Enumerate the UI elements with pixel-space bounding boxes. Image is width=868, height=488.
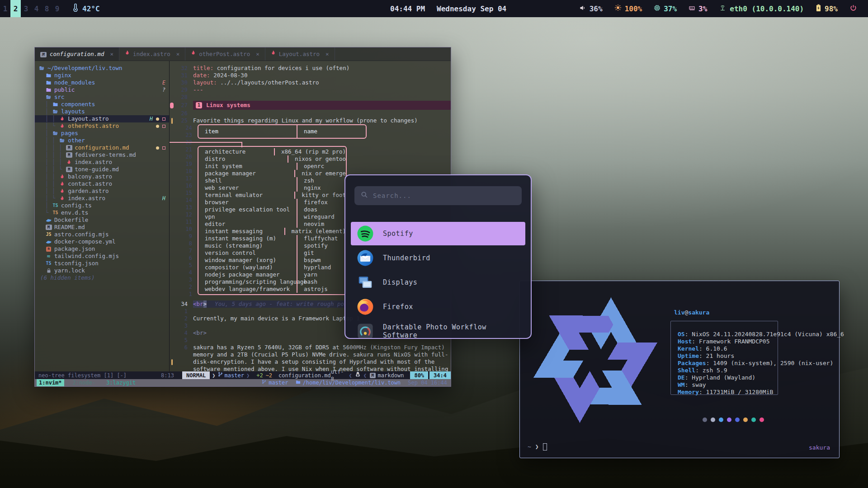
cpu-module[interactable]: 37% <box>654 5 677 13</box>
terminal-cursor <box>543 443 547 450</box>
table-row: compositor (wayland)hyprland <box>198 264 346 271</box>
launcher-search[interactable] <box>354 186 522 205</box>
table-cell-item: version control <box>198 249 297 257</box>
volume-module[interactable]: 36% <box>579 5 603 13</box>
tree-item-fediverse-terms.md[interactable]: │ │ │ Mfediverse-terms.md <box>35 151 169 159</box>
workspace-1[interactable]: 1 <box>0 0 10 17</box>
astro-icon <box>125 50 130 58</box>
tree-item-Layout.astro[interactable]: │ │ Layout.astroH <box>35 115 169 122</box>
tree-item-tsconfig.json[interactable]: TStsconfig.json <box>35 260 169 267</box>
tree-item-env.d.ts[interactable]: └ TSenv.d.ts <box>35 209 169 216</box>
markdown-icon: M <box>370 373 376 378</box>
network-module[interactable]: eth0 (10.0.0.140) <box>719 5 804 13</box>
buffer-tab-Layout.astro[interactable]: Layout.astro× <box>265 47 335 61</box>
tree-item-index.astro[interactable]: │ └ index.astroH <box>35 195 169 202</box>
git-modified-dot <box>156 146 159 150</box>
brightness-module[interactable]: 100% <box>614 4 642 13</box>
tree-item-Dockerfile[interactable]: Dockerfile <box>35 216 169 224</box>
tree-item-package.json[interactable]: npackage.json <box>35 245 169 253</box>
tree-item-yarn.lock[interactable]: yarn.lock <box>35 267 169 274</box>
tree-item-garden.astro[interactable]: │ │ garden.astro <box>35 188 169 195</box>
tmux-window-1:nvim*[interactable]: 1:nvim* <box>37 379 64 386</box>
tree-item-contact.astro[interactable]: │ │ contact.astro <box>35 180 169 188</box>
table-cell-item: window manager (xorg) <box>198 257 297 264</box>
launcher-item-firefox[interactable]: Firefox <box>351 295 525 319</box>
tree-item-index.astro[interactable]: │ │ │ index.astro <box>35 159 169 166</box>
buffer-tab-otherPost.astro[interactable]: otherPost.astro× <box>185 47 265 61</box>
launcher-item-displays[interactable]: Displays <box>351 271 525 294</box>
close-icon[interactable]: × <box>326 51 329 58</box>
tree-item-public[interactable]: public? <box>35 86 169 94</box>
js-icon: JS <box>45 231 52 238</box>
tree-item-Developmentliv.town[interactable]: ~/Development/liv.town <box>35 65 169 72</box>
tree-item-balcony.astro[interactable]: │ │ balcony.astro <box>35 173 169 180</box>
tree-item-README.md[interactable]: MREADME.md <box>35 224 169 231</box>
launcher-item-thunderbird[interactable]: Thunderbird <box>351 246 525 270</box>
tree-item-tailwind.config.mjs[interactable]: ≈tailwind.config.mjs <box>35 253 169 260</box>
code-line: 31date: 2024-08-30 <box>170 72 451 79</box>
darktable-icon <box>357 323 374 339</box>
search-input[interactable] <box>373 192 515 199</box>
info-line-host: Host: Framework FRANMDCP05 <box>678 338 835 345</box>
info-line-wm: WM: sway <box>678 381 835 389</box>
tree-item-nginx[interactable]: nginx <box>35 72 169 79</box>
tree-item-otherPost.astro[interactable]: │ └ otherPost.astro <box>35 122 169 130</box>
table-cell-name: bspwm <box>297 257 346 264</box>
table-row: version controlgit <box>198 249 346 257</box>
close-icon[interactable]: × <box>176 51 180 58</box>
table-cell-name: openrc <box>297 163 346 170</box>
buffer-tab-configuration.md[interactable]: Mconfiguration.md× <box>35 47 119 61</box>
table-cell-name: matrix (element) <box>284 228 346 235</box>
tree-item-other[interactable]: │ │ other <box>35 137 169 144</box>
powerline-separator: ❯ <box>212 372 215 379</box>
tmux-window-3:lazygit[interactable]: 3:lazygit <box>104 379 138 386</box>
table-cell-item: instant messaging (m) <box>198 235 297 242</box>
h1-icon: 1 <box>196 102 202 108</box>
tree-item-config.ts[interactable]: │ TSconfig.ts <box>35 202 169 209</box>
table-cell-item: webdev language/framework <box>198 286 297 293</box>
terminal-color-palette <box>703 418 764 422</box>
launcher-item-spotify[interactable]: Spotify <box>351 222 525 245</box>
terminal-window-title: sakura <box>809 444 830 451</box>
thunderbird-icon <box>357 249 374 267</box>
power-button[interactable] <box>849 4 857 14</box>
tree-item-pages[interactable]: │ pages <box>35 130 169 137</box>
tree-item-astro.config.mjs[interactable]: JSastro.config.mjs <box>35 231 169 238</box>
tree-item-layouts[interactable]: │ layouts <box>35 108 169 115</box>
neo-tree-panel: ~/Development/liv.town nginx node_module… <box>35 61 169 371</box>
statusline-filename: configuration.md <box>278 372 331 379</box>
vim-mode-indicator: NORMAL <box>182 371 210 379</box>
dir-icon <box>52 102 59 107</box>
battery-module[interactable]: 98% <box>816 4 838 14</box>
whale-icon <box>45 239 52 244</box>
launcher-item-darktable[interactable]: Darktable Photo Workflow Software <box>351 319 525 339</box>
tree-item-tone-guide.md[interactable]: │ │ └ Mtone-guide.md <box>35 166 169 173</box>
table-cell-item: shell <box>198 177 297 184</box>
table-row: init systemopenrc <box>198 163 346 170</box>
table-cell-item: web server <box>198 184 297 192</box>
clock: 04:44 PM Wednesday Sep 04 <box>390 0 506 17</box>
tree-item-components[interactable]: │ components <box>35 101 169 108</box>
workspace-8[interactable]: 8 <box>42 0 52 17</box>
buffer-tab-index.astro[interactable]: index.astro× <box>119 47 185 61</box>
close-icon[interactable]: × <box>256 51 259 58</box>
workspace-2[interactable]: 2 <box>10 0 21 17</box>
workspace-3[interactable]: 3 <box>21 0 31 17</box>
app-launcher: SpotifyThunderbirdDisplaysFirefoxDarktab… <box>344 174 532 339</box>
memory-module[interactable]: 3% <box>689 5 707 13</box>
workspace-4[interactable]: 4 <box>31 0 42 17</box>
close-icon[interactable]: × <box>110 51 113 58</box>
scroll-percent: 80% <box>410 371 428 379</box>
table-row: architecturex86_64 (rip m2 pro) <box>198 148 346 155</box>
workspace-9[interactable]: 9 <box>52 0 62 17</box>
table-row: privilege escalation tooldoas <box>198 206 346 213</box>
tree-item-docker-compose.yml[interactable]: docker-compose.yml <box>35 238 169 245</box>
tree-item-src[interactable]: src <box>35 94 169 101</box>
shell-prompt[interactable]: ~ ❯ <box>528 443 547 450</box>
tmux-window-2:node-[interactable]: 2:node- <box>71 379 98 386</box>
clock-date: Wednesday Sep 04 <box>437 5 506 13</box>
fetch-user-host: liv@sakura <box>674 309 835 316</box>
tree-item-nodemodules[interactable]: node_modulesE <box>35 79 169 86</box>
info-line-kernel: Kernel: 6.10.6 <box>678 345 835 352</box>
tree-item-configuration.md[interactable]: │ │ │ Mconfiguration.md <box>35 144 169 151</box>
